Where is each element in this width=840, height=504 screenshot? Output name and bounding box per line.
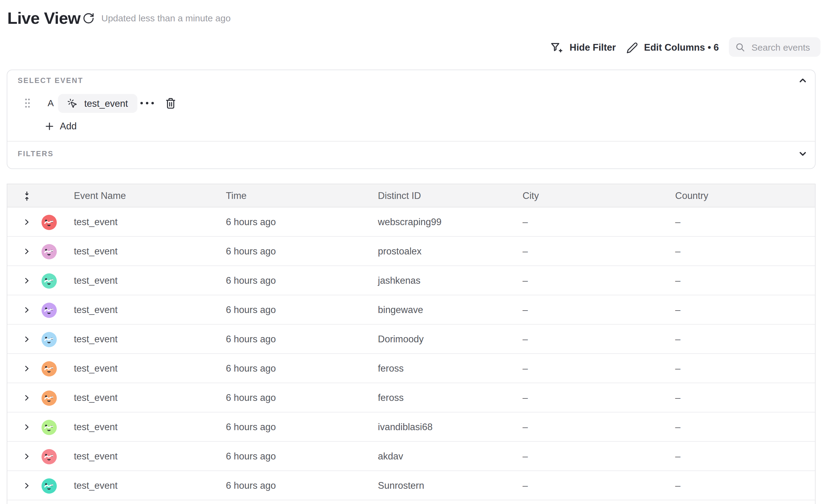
ellipsis-icon	[139, 98, 155, 108]
chevron-right-icon	[23, 424, 31, 431]
expand-row-button[interactable]	[23, 482, 31, 489]
edit-columns-label: Edit Columns • 6	[644, 42, 719, 53]
cell-distinct-id-link[interactable]: ivandiblasi68	[378, 413, 433, 441]
hide-filter-button[interactable]: Hide Filter	[550, 38, 616, 57]
column-header-time[interactable]: Time	[226, 184, 247, 207]
table-row[interactable]: test_event 6 hours ago prostoalex – –	[7, 237, 815, 266]
table-row[interactable]: test_event 6 hours ago feross – –	[7, 354, 815, 383]
column-header-country[interactable]: Country	[675, 184, 708, 207]
cell-event-name: test_event	[74, 413, 118, 441]
refresh-icon	[83, 12, 94, 24]
avatar	[41, 302, 57, 318]
avatar	[41, 390, 57, 406]
event-more-options-button[interactable]	[139, 98, 155, 108]
delete-event-button[interactable]	[165, 96, 177, 110]
cell-country: –	[675, 208, 680, 236]
expand-row-button[interactable]	[23, 365, 31, 372]
cell-event-name: test_event	[74, 208, 118, 236]
table-row[interactable]: test_event 6 hours ago Dorimoody – –	[7, 325, 815, 354]
expand-filters-button[interactable]	[797, 148, 808, 159]
refresh-button[interactable]	[83, 12, 94, 24]
page-title: Live View	[7, 8, 81, 28]
cell-country: –	[675, 325, 680, 353]
avatar	[41, 419, 57, 435]
avatar	[41, 215, 57, 230]
chevron-right-icon	[23, 218, 31, 226]
table-row[interactable]: test_event 6 hours ago feross – –	[7, 383, 815, 413]
search-box[interactable]	[729, 37, 821, 57]
column-header-event-name[interactable]: Event Name	[74, 184, 126, 207]
filter-plus-icon	[550, 41, 563, 54]
expand-row-button[interactable]	[23, 218, 31, 226]
cell-time: 6 hours ago	[226, 413, 276, 441]
cell-time: 6 hours ago	[226, 266, 276, 295]
cell-distinct-id-link[interactable]: Sunrostern	[378, 471, 424, 500]
table-row[interactable]: test_event 6 hours ago ivandiblasi68 – –	[7, 413, 815, 442]
expand-row-button[interactable]	[23, 394, 31, 401]
cell-time: 6 hours ago	[226, 208, 276, 236]
plus-icon	[45, 122, 54, 131]
collapse-vertical-icon	[22, 191, 32, 201]
cell-country: –	[675, 442, 680, 470]
add-button-label: Add	[60, 121, 76, 132]
cell-city: –	[523, 471, 528, 500]
card-divider	[7, 141, 815, 142]
selected-event-name: test_event	[84, 98, 128, 109]
cell-event-name: test_event	[74, 442, 118, 470]
cell-city: –	[523, 413, 528, 441]
table-row[interactable]: test_event 6 hours ago webscraping99 – –	[7, 208, 815, 237]
add-event-button[interactable]: Add	[45, 119, 76, 133]
search-input[interactable]	[750, 41, 815, 53]
column-header-distinct-id[interactable]: Distinct ID	[378, 184, 421, 207]
query-builder-card: SELECT EVENT A	[7, 70, 816, 169]
cell-event-name: test_event	[74, 383, 118, 412]
live-view-page: Live View Updated less than a minute ago…	[0, 0, 840, 504]
table-body: test_event 6 hours ago webscraping99 – –…	[7, 208, 815, 500]
table-row[interactable]: test_event 6 hours ago jashkenas – –	[7, 266, 815, 295]
cell-distinct-id-link[interactable]: feross	[378, 354, 403, 382]
expand-row-button[interactable]	[23, 277, 31, 284]
cell-distinct-id-link[interactable]: bingewave	[378, 295, 423, 324]
expand-row-button[interactable]	[23, 336, 31, 343]
table-row[interactable]: test_event 6 hours ago Sunrostern – –	[7, 471, 815, 500]
hide-filter-label: Hide Filter	[570, 42, 616, 53]
cell-distinct-id-link[interactable]: akdav	[378, 442, 403, 470]
chevron-right-icon	[23, 482, 31, 489]
cell-country: –	[675, 354, 680, 382]
expand-row-button[interactable]	[23, 306, 31, 313]
cell-distinct-id-link[interactable]: Dorimoody	[378, 325, 424, 353]
cell-distinct-id-link[interactable]: jashkenas	[378, 266, 421, 295]
cell-distinct-id-link[interactable]: prostoalex	[378, 237, 421, 266]
event-selector-button[interactable]: test_event	[58, 94, 137, 113]
cell-distinct-id-link[interactable]: webscraping99	[378, 208, 442, 236]
expand-row-button[interactable]	[23, 453, 31, 460]
avatar	[41, 449, 57, 464]
cell-event-name: test_event	[74, 237, 118, 266]
cell-country: –	[675, 383, 680, 412]
chevron-down-icon	[797, 148, 808, 159]
collapse-rows-button[interactable]	[22, 191, 32, 201]
table-row[interactable]: test_event 6 hours ago bingewave – –	[7, 295, 815, 325]
chevron-right-icon	[23, 248, 31, 255]
column-header-city[interactable]: City	[523, 184, 539, 207]
drag-handle[interactable]	[24, 98, 31, 108]
table-row[interactable]: test_event 6 hours ago akdav – –	[7, 442, 815, 471]
chevron-right-icon	[23, 306, 31, 313]
cell-city: –	[523, 383, 528, 412]
chevron-right-icon	[23, 453, 31, 460]
chevron-right-icon	[23, 365, 31, 372]
filters-section-label: FILTERS	[18, 149, 54, 158]
edit-columns-button[interactable]: Edit Columns • 6	[626, 38, 719, 57]
select-event-section-label: SELECT EVENT	[18, 76, 83, 85]
table-header-row: Event Name Time Distinct ID City Country	[7, 184, 815, 208]
collapse-section-button[interactable]	[797, 75, 808, 86]
cell-event-name: test_event	[74, 354, 118, 382]
cell-distinct-id-link[interactable]: feross	[378, 383, 403, 412]
expand-row-button[interactable]	[23, 248, 31, 255]
expand-row-button[interactable]	[23, 424, 31, 431]
cell-time: 6 hours ago	[226, 442, 276, 470]
cell-time: 6 hours ago	[226, 237, 276, 266]
cell-country: –	[675, 266, 680, 295]
cell-city: –	[523, 266, 528, 295]
chevron-right-icon	[23, 394, 31, 401]
